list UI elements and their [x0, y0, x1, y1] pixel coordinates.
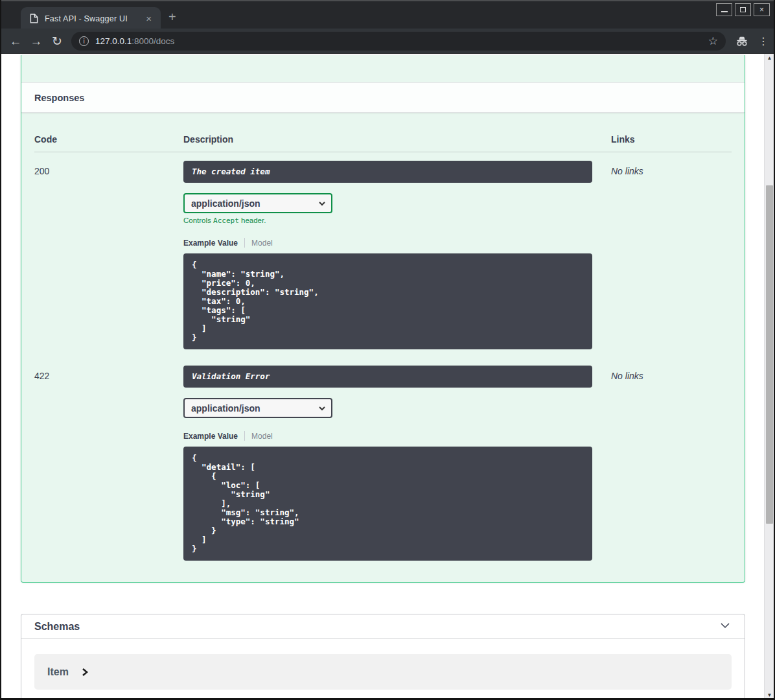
response-code: 200	[34, 161, 183, 176]
scroll-down-icon[interactable]: ▼	[765, 691, 774, 700]
browser-toolbar: ← → ↻ i 127.0.0.1:8000/docs ☆ ⋮	[0, 29, 775, 54]
chevron-right-icon	[82, 668, 88, 677]
forward-button[interactable]: →	[26, 35, 47, 47]
site-info-icon[interactable]: i	[79, 36, 89, 46]
example-json-422: { "detail": [ { "loc": [ "string" ], "ms…	[183, 447, 592, 561]
bookmark-star-icon[interactable]: ☆	[707, 34, 719, 48]
window-close-button[interactable]: ×	[754, 3, 770, 16]
url-path: :8000/docs	[132, 36, 174, 46]
incognito-icon	[735, 34, 749, 47]
schemas-header[interactable]: Schemas	[21, 614, 745, 639]
tab-model[interactable]: Model	[251, 239, 273, 248]
responses-table-head: Code Description Links	[34, 126, 732, 152]
tabs-divider	[244, 431, 245, 441]
tab-example-value[interactable]: Example Value	[183, 432, 238, 441]
controls-accept-note: Controls Accept header.	[183, 216, 611, 225]
scroll-up-icon[interactable]: ▲	[765, 54, 774, 63]
close-icon: ×	[759, 5, 764, 14]
url-text: 127.0.0.1:8000/docs	[95, 36, 707, 46]
example-json-200: { "name": "string", "price": 0, "descrip…	[183, 253, 592, 349]
maximize-icon	[740, 7, 746, 12]
response-links: No links	[611, 366, 732, 381]
tab-example-value[interactable]: Example Value	[183, 239, 238, 248]
reload-button[interactable]: ↻	[47, 35, 67, 47]
chevron-down-icon[interactable]	[719, 619, 732, 635]
back-button[interactable]: ←	[5, 35, 26, 47]
column-header-description: Description	[183, 134, 611, 145]
browser-tab[interactable]: Fast API - Swagger UI ×	[21, 7, 161, 30]
tab-title: Fast API - Swagger UI	[45, 14, 143, 23]
url-host: 127.0.0.1	[95, 36, 132, 46]
window-maximize-button[interactable]	[735, 3, 751, 16]
address-bar[interactable]: i 127.0.0.1:8000/docs ☆	[71, 32, 726, 51]
tab-close-icon[interactable]: ×	[143, 13, 154, 24]
window-minimize-button[interactable]	[716, 3, 732, 16]
swagger-page: Responses Code Description Links 200 The…	[1, 54, 774, 700]
scrollbar-thumb[interactable]	[766, 185, 773, 524]
response-links: No links	[611, 161, 732, 176]
responses-title: Responses	[34, 93, 84, 103]
response-code: 422	[34, 366, 183, 381]
model-name: Item	[47, 666, 69, 678]
browser-tab-strip: Fast API - Swagger UI × + ×	[0, 0, 775, 29]
schemas-title: Schemas	[34, 621, 80, 633]
response-description: The created item	[183, 161, 592, 183]
column-header-links: Links	[611, 134, 732, 145]
new-tab-button[interactable]: +	[168, 10, 176, 23]
media-type-select[interactable]: application/json	[183, 398, 332, 418]
tabs-divider	[244, 238, 245, 248]
opblock-post: Responses Code Description Links 200 The…	[21, 55, 745, 583]
response-row-200: 200 The created item application/json Co…	[34, 152, 732, 357]
opblock-body-spacer	[21, 55, 745, 82]
minimize-icon	[721, 11, 728, 12]
column-header-code: Code	[34, 134, 183, 145]
schemas-body: Item ValidationError	[21, 639, 745, 700]
responses-table: Code Description Links 200 The created i…	[21, 113, 745, 582]
response-row-422: 422 Validation Error application/json Ex…	[34, 357, 732, 568]
responses-section-header: Responses	[21, 82, 745, 113]
schemas-section: Schemas Item ValidationError	[21, 614, 745, 700]
page-scrollbar[interactable]: ▲ ▼	[764, 54, 774, 700]
browser-menu-icon[interactable]: ⋮	[758, 35, 769, 47]
tab-model[interactable]: Model	[251, 432, 273, 441]
model-item[interactable]: Item	[34, 654, 732, 690]
media-type-select[interactable]: application/json	[183, 193, 332, 213]
response-description: Validation Error	[183, 366, 592, 388]
page-favicon-icon	[30, 14, 38, 23]
